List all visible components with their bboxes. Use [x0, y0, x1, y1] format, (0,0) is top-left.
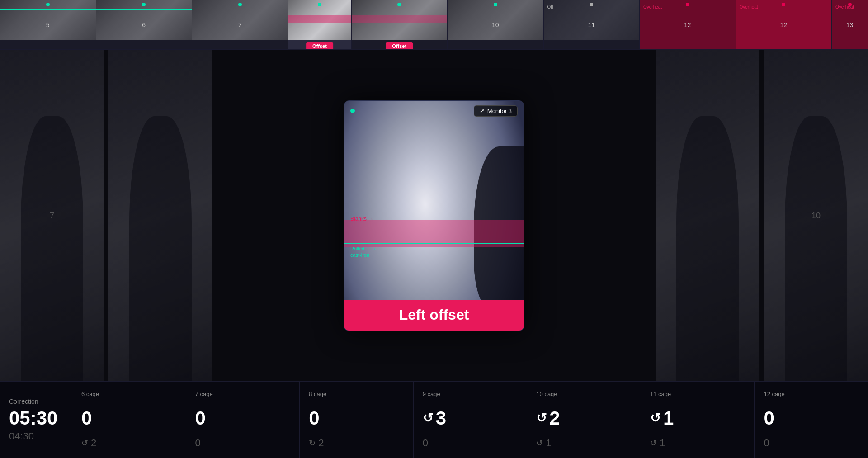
offset-banner: Left offset: [344, 300, 524, 331]
cage-value-small-9: 0: [423, 437, 518, 449]
cage-col-8: 8 cage 0 ↻ 2: [300, 382, 414, 458]
thumbnail-10[interactable]: 10: [448, 0, 544, 50]
cast-arrow: →: [371, 246, 376, 252]
cage-label-7: 7 cage: [195, 391, 291, 397]
thumbnail-6[interactable]: 6: [96, 0, 193, 50]
redo-icon-small-8: ↻: [309, 438, 316, 448]
off-label-11: Off: [547, 5, 553, 9]
thumbnail-11[interactable]: Off 11: [544, 0, 640, 50]
cage-label-10: 10 cage: [536, 391, 632, 397]
thumbnail-5[interactable]: 5: [0, 0, 96, 50]
status-dot-8: [318, 3, 321, 6]
cage-col-7: 7 cage 0 0: [186, 382, 300, 458]
status-dot-12b: [782, 3, 785, 6]
thumb-number-12b: 12: [780, 21, 787, 28]
cage-value-large-12: 0: [764, 409, 859, 428]
cage-col-12: 12 cage 0 0: [755, 382, 868, 458]
scan-lines-9: [352, 15, 448, 23]
status-dot-12a: [686, 3, 689, 6]
thumb-number-11: 11: [588, 21, 595, 28]
cage-value-small-12: 0: [764, 437, 859, 449]
status-dot-10: [494, 3, 497, 6]
thumbnail-12a[interactable]: Overheat 12: [640, 0, 736, 50]
cage-col-6: 6 cage 0 ↺ 2: [72, 382, 186, 458]
monitor-label: Monitor 3: [487, 108, 512, 114]
status-dot-11: [590, 3, 593, 6]
thumb-number-5: 5: [46, 21, 50, 28]
cage-col-9: 9 cage ↺ 3 0: [414, 382, 528, 458]
timeline-line-5: [0, 9, 96, 10]
thumbnail-7[interactable]: 7: [192, 0, 288, 50]
overheat-label-12b: Overheat: [740, 5, 758, 9]
correction-label: Correction: [9, 398, 63, 405]
teal-scan-line: [344, 243, 524, 244]
cage-value-large-8: 0: [309, 409, 404, 428]
monitor-icon: ⤢: [480, 108, 485, 114]
cage-label-11: 11 cage: [650, 391, 745, 397]
status-dot-7: [238, 3, 242, 6]
cage-value-large-6: 0: [81, 409, 177, 428]
thumbnail-13[interactable]: Overheat 13: [832, 0, 868, 50]
undo-icon-small-10: ↺: [536, 438, 543, 448]
main-camera-area: 7 10 ⤢ Monitor 3 Blanks →: [0, 50, 868, 381]
undo-icon-small-11: ↺: [650, 438, 657, 448]
offset-badge-9: Offset: [386, 42, 413, 50]
correction-time-small: 04:30: [9, 430, 63, 442]
correction-time-large: 05:30: [9, 409, 63, 428]
bottom-status-bar: Correction 05:30 04:30 6 cage 0 ↺ 2 7 ca…: [0, 381, 868, 458]
thumb-number-10: 10: [492, 21, 499, 28]
status-dot-5: [46, 3, 50, 6]
cage-value-small-10: ↺ 1: [536, 437, 632, 449]
blanks-arrow: →: [368, 216, 373, 222]
side-panel-left-far: 7: [0, 50, 104, 381]
modal-status-dot: [350, 109, 355, 113]
overheat-label-13: Overheat: [835, 5, 854, 9]
thumb-number-6: 6: [142, 21, 146, 28]
cage-value-large-7: 0: [195, 409, 291, 428]
cage-label-6: 6 cage: [81, 391, 177, 397]
center-modal: ⤢ Monitor 3 Blanks → Rolled cast-iron → …: [344, 100, 524, 331]
cage-label-12: 12 cage: [764, 391, 859, 397]
cage-value-large-11: ↺ 1: [650, 409, 745, 428]
side-panel-number-7: 7: [50, 211, 54, 220]
thumbnail-12b[interactable]: Overheat 12: [736, 0, 832, 50]
offset-badge-8: Offset: [306, 42, 333, 50]
side-panel-right-near: [656, 50, 760, 381]
cage-label-9: 9 cage: [423, 391, 518, 397]
status-dot-6: [142, 3, 146, 6]
thumbnail-9[interactable]: Offset: [352, 0, 448, 50]
blanks-label: Blanks →: [350, 216, 373, 222]
cage-value-large-10: ↺ 2: [536, 409, 632, 428]
cage-value-small-8: ↻ 2: [309, 437, 404, 449]
correction-column: Correction 05:30 04:30: [0, 382, 72, 458]
cage-col-11: 11 cage ↺ 1 ↺ 1: [641, 382, 755, 458]
undo-icon-large-9: ↺: [423, 412, 433, 425]
cage-value-large-9: ↺ 3: [423, 409, 518, 428]
overheat-label-12a: Overheat: [643, 5, 662, 9]
undo-icon-small-6: ↺: [81, 438, 88, 448]
thumb-number-7: 7: [238, 21, 242, 28]
cage-value-small-7: 0: [195, 437, 291, 449]
side-panel-right-far: 10: [764, 50, 868, 381]
cage-label-8: 8 cage: [309, 391, 404, 397]
thumb-number-13: 13: [846, 21, 854, 28]
monitor-button[interactable]: ⤢ Monitor 3: [474, 105, 518, 117]
cast-iron-label: Rolled cast-iron →: [350, 246, 376, 259]
undo-icon-large-10: ↺: [536, 412, 547, 425]
modal-header: ⤢ Monitor 3: [350, 105, 518, 117]
cage-col-10: 10 cage ↺ 2 ↺ 1: [527, 382, 641, 458]
cage-value-small-11: ↺ 1: [650, 437, 745, 449]
status-dot-9: [397, 3, 401, 6]
cage-value-small-6: ↺ 2: [81, 437, 177, 449]
timeline-line-6: [96, 9, 192, 10]
side-panel-number-10: 10: [811, 211, 821, 220]
side-panel-left-near: [108, 50, 212, 381]
thumbnail-strip: 5 6 7 8 Offset Offset 10: [0, 0, 868, 50]
scan-lines-8: [288, 15, 351, 23]
thumb-number-12a: 12: [684, 21, 691, 28]
undo-icon-large-11: ↺: [650, 412, 660, 425]
thumbnail-8-active[interactable]: 8 Offset: [288, 0, 352, 50]
